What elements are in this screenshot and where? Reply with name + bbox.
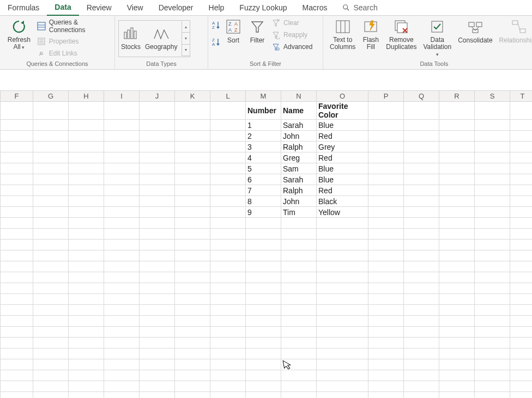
remove-duplicates-button[interactable]: Remove Duplicates	[383, 17, 420, 51]
stocks-button[interactable]: Stocks	[121, 27, 141, 51]
advanced-button[interactable]: Advanced	[269, 42, 315, 52]
cell[interactable]: John	[281, 131, 317, 142]
col-header-o[interactable]: O	[317, 91, 368, 102]
svg-line-47	[475, 27, 479, 30]
text-to-columns-button[interactable]: Text to Columns	[327, 17, 359, 51]
cell[interactable]: 5	[246, 163, 281, 174]
geography-label: Geography	[145, 43, 177, 51]
cell[interactable]: Sarah	[281, 174, 317, 185]
geography-icon	[153, 27, 170, 41]
cell[interactable]: Ralph	[281, 185, 317, 196]
col-header-s[interactable]: S	[475, 91, 510, 102]
clear-button: Clear	[269, 18, 315, 28]
flash-fill-icon	[362, 18, 379, 35]
col-header-i[interactable]: I	[104, 91, 140, 102]
tab-help[interactable]: Help	[201, 0, 232, 15]
sort-asc-button[interactable]: AZ	[211, 20, 221, 32]
col-header-g[interactable]: G	[33, 91, 69, 102]
svg-line-1	[347, 9, 349, 11]
queries-connections-label: Queries & Connections	[49, 19, 109, 34]
filter-button[interactable]: Filter	[245, 17, 269, 44]
ribbon-tabs: Formulas Data Review View Developer Help…	[0, 0, 532, 16]
cell[interactable]: 4	[246, 152, 281, 163]
tab-macros[interactable]: Macros	[295, 0, 335, 15]
cell[interactable]: 3	[246, 142, 281, 152]
cell[interactable]: Greg	[281, 152, 317, 163]
edit-links-icon	[37, 49, 46, 58]
sort-button[interactable]: ZAAZ Sort	[221, 17, 245, 44]
cell[interactable]: 1	[246, 120, 281, 131]
cell[interactable]: John	[281, 196, 317, 207]
svg-point-0	[343, 5, 348, 9]
refresh-all-button[interactable]: Refresh All	[3, 17, 35, 51]
advanced-label: Advanced	[283, 43, 312, 51]
tab-review[interactable]: Review	[79, 0, 119, 15]
group-label-data-types: Data Types	[115, 60, 208, 69]
col-header-f[interactable]: F	[1, 91, 33, 102]
svg-rect-49	[512, 21, 518, 25]
ribbon: Refresh All Queries & Connections Proper…	[0, 16, 532, 70]
col-header-m[interactable]: M	[246, 91, 281, 102]
geography-button[interactable]: Geography	[145, 27, 177, 51]
cell[interactable]: Favorite Color	[317, 102, 368, 120]
cell[interactable]: Blue	[317, 174, 368, 185]
search-label: Search	[353, 3, 377, 12]
tab-fuzzy-lookup[interactable]: Fuzzy Lookup	[232, 0, 294, 15]
remove-duplicates-icon	[392, 18, 410, 35]
cell[interactable]: Sarah	[281, 120, 317, 131]
col-header-h[interactable]: H	[69, 91, 104, 102]
col-header-j[interactable]: J	[140, 91, 175, 102]
col-header-k[interactable]: K	[175, 91, 210, 102]
worksheet-grid[interactable]: FGHIJKLMNOPQRST NumberNameFavorite Color…	[0, 90, 532, 398]
cell[interactable]: 8	[246, 196, 281, 207]
cell[interactable]: Tim	[281, 207, 317, 218]
reapply-label: Reapply	[283, 31, 307, 39]
cell[interactable]: 2	[246, 131, 281, 142]
group-label-queries-connections: Queries & Connections	[0, 60, 114, 69]
data-types-gallery[interactable]: Stocks Geography ▴▾▾	[118, 20, 190, 57]
data-validation-button[interactable]: Data Validation	[420, 17, 455, 58]
flash-fill-button[interactable]: Flash Fill	[359, 17, 383, 51]
tell-me-search[interactable]: Search	[335, 0, 385, 15]
cell[interactable]: 7	[246, 185, 281, 196]
col-header-p[interactable]: P	[368, 91, 404, 102]
stocks-icon	[123, 27, 139, 41]
cell[interactable]: Red	[317, 185, 368, 196]
col-header-r[interactable]: R	[439, 91, 475, 102]
cell[interactable]: Red	[317, 131, 368, 142]
cell[interactable]: 6	[246, 174, 281, 185]
tab-developer[interactable]: Developer	[151, 0, 201, 15]
svg-text:A: A	[228, 27, 232, 33]
cell[interactable]: Grey	[317, 142, 368, 152]
filter-icon	[249, 18, 266, 35]
sort-desc-button[interactable]: ZA	[211, 37, 221, 48]
cell[interactable]: Ralph	[281, 142, 317, 152]
cell[interactable]: Blue	[317, 163, 368, 174]
col-header-n[interactable]: N	[281, 91, 317, 102]
tab-formulas[interactable]: Formulas	[0, 0, 47, 15]
col-header-q[interactable]: Q	[404, 91, 439, 102]
group-data-types: Stocks Geography ▴▾▾ Data Types	[115, 16, 208, 69]
cell[interactable]: Number	[246, 102, 281, 120]
svg-rect-48	[473, 29, 478, 33]
cell[interactable]: Blue	[317, 120, 368, 131]
cell[interactable]: Black	[317, 196, 368, 207]
col-header-l[interactable]: L	[210, 91, 246, 102]
data-validation-icon	[428, 18, 446, 35]
queries-connections-button[interactable]: Queries & Connections	[35, 18, 111, 34]
reapply-button: Reapply	[269, 30, 315, 40]
cell[interactable]: 9	[246, 207, 281, 218]
svg-rect-12	[131, 28, 133, 39]
consolidate-icon	[467, 18, 484, 35]
properties-icon	[37, 37, 46, 46]
tab-view[interactable]: View	[119, 0, 151, 15]
cell[interactable]: Sam	[281, 163, 317, 174]
cell[interactable]: Red	[317, 152, 368, 163]
cell[interactable]: Yellow	[317, 207, 368, 218]
cell[interactable]: Name	[281, 102, 317, 120]
gallery-scroll[interactable]: ▴▾▾	[182, 21, 190, 56]
consolidate-button[interactable]: Consolidate	[455, 17, 495, 44]
svg-text:Z: Z	[228, 21, 232, 27]
tab-data[interactable]: Data	[47, 0, 78, 16]
col-header-t[interactable]: T	[510, 91, 533, 102]
